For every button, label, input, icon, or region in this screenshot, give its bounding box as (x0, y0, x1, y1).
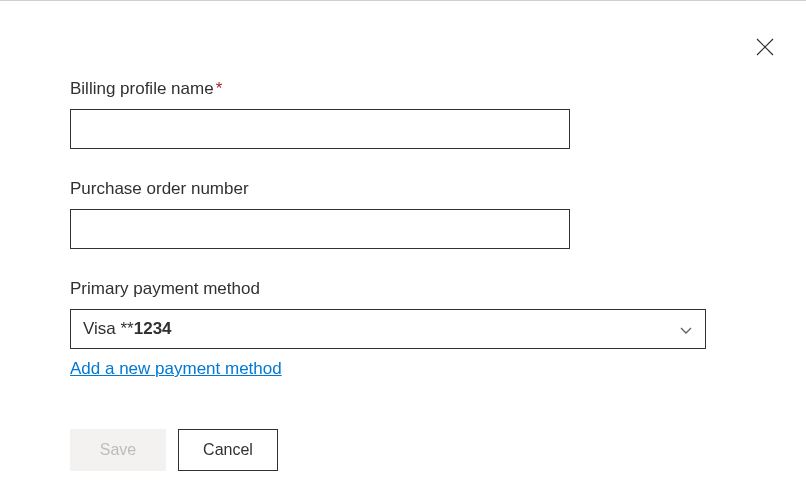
billing-profile-name-input[interactable] (70, 109, 570, 149)
billing-profile-form: Billing profile name* Purchase order num… (0, 1, 806, 471)
required-asterisk: * (216, 79, 223, 98)
save-button[interactable]: Save (70, 429, 166, 471)
primary-payment-method-label: Primary payment method (70, 279, 736, 299)
button-row: Save Cancel (70, 429, 736, 471)
purchase-order-number-label: Purchase order number (70, 179, 736, 199)
add-payment-method-link[interactable]: Add a new payment method (70, 359, 282, 379)
purchase-order-number-input[interactable] (70, 209, 570, 249)
billing-profile-name-label: Billing profile name* (70, 79, 736, 99)
billing-profile-name-group: Billing profile name* (70, 79, 736, 149)
chevron-down-icon (679, 322, 693, 336)
close-button[interactable] (754, 36, 776, 58)
purchase-order-number-group: Purchase order number (70, 179, 736, 249)
cancel-button[interactable]: Cancel (178, 429, 278, 471)
close-icon (756, 38, 774, 56)
primary-payment-method-group: Primary payment method Visa **1234 Add a… (70, 279, 736, 379)
payment-method-selected-value: Visa **1234 (83, 319, 172, 339)
primary-payment-method-dropdown[interactable]: Visa **1234 (70, 309, 706, 349)
